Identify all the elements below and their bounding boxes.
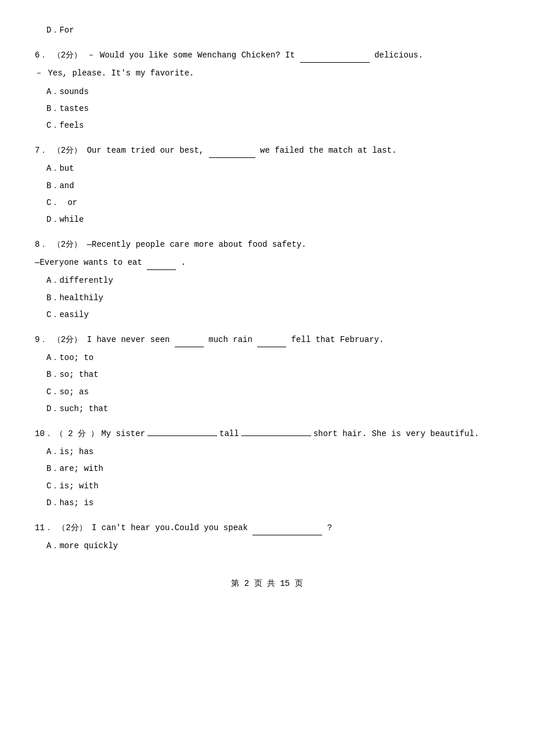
question-6-text: 6． （2分） － Would you like some Wenchang C… [35,48,499,63]
q6-text-after: delicious. [374,51,423,60]
question-11-text: 11． （2分） I can't hear you.Could you spea… [35,521,499,535]
q10-option-d: D．has; is [46,496,499,510]
question-8: 8． （2分） —Recently people care more about… [35,237,499,322]
q6-option-c: C．feels [46,118,499,133]
q10-text-before: My sister [101,427,145,441]
q7-option-a-text: A．but [46,164,74,173]
q9-blank1 [175,347,204,347]
q7-option-d: D．while [46,213,499,227]
q10-number: 10． [35,427,53,441]
q9-option-a: A．too; to [46,351,499,365]
q11-number: 11． [35,523,53,532]
q10-blank2 [241,435,311,436]
q8-points: （2分） [53,240,82,249]
q11-blank [252,535,322,535]
page-footer: 第 2 页 共 15 页 [35,577,499,591]
question-8-text: 8． （2分） —Recently people care more about… [35,237,499,252]
q8-option-a: A．differently [46,273,499,288]
q7-option-b-text: B．and [46,181,74,190]
q6-option-b-text: B．tastes [46,104,89,113]
q9-option-b: B．so; that [46,368,499,382]
q6-points: （2分） [53,51,82,60]
q9-option-c-text: C．so; as [46,387,89,397]
q9-option-b-text: B．so; that [46,370,99,379]
question-7: 7． （2分） Our team tried our best, we fail… [35,143,499,227]
q8-number: 8． [35,240,48,249]
q9-text-middle: much rain [208,335,252,344]
q7-option-d-text: D．while [46,215,84,224]
q7-points: （2分） [53,146,82,155]
q10-text-middle: tall [219,427,239,441]
q9-option-c: C．so; as [46,385,499,399]
option-d-label: D．For [46,26,74,35]
q10-blank1 [147,435,217,436]
q6-blank [300,62,370,63]
d-option-top: D．For [35,23,499,38]
q9-option-d-text: D．such; that [46,404,108,413]
q6-option-b: B．tastes [46,102,499,116]
footer-text: 第 2 页 共 15 页 [231,579,302,588]
q7-text-before: Our team tried our best, [87,146,204,155]
q9-option-d: D．such; that [46,402,499,416]
q10-option-a-text: A．is; has [46,447,93,456]
q10-option-b: B．are; with [46,462,499,476]
q10-option-c: C．is; with [46,479,499,494]
q6-continuation: － Yes, please. It's my favorite. [35,66,499,81]
q7-option-c-text: C． or [46,198,77,207]
q8-option-c-text: C．easily [46,310,89,319]
q11-text-before: I can't hear you.Could you speak [92,523,248,532]
q7-blank [209,157,255,158]
q10-points: （ 2 分 ） [55,427,99,441]
option-d-for: D．For [46,23,499,38]
q8-continuation: —Everyone wants to eat . [35,255,499,270]
q7-option-c: C． or [46,196,499,210]
q6-number: 6． [35,51,48,60]
q6-cont-text: － Yes, please. It's my favorite. [35,69,194,78]
q11-option-a: A．more quickly [46,539,499,553]
q10-text-after: short hair. She is very beautiful. [313,427,479,441]
q10-option-d-text: D．has; is [46,498,93,507]
question-9: 9． （2分） I have never seen much rain fell… [35,333,499,416]
q7-option-a: A．but [46,161,499,176]
question-9-text: 9． （2分） I have never seen much rain fell… [35,333,499,347]
q8-option-b: B．healthily [46,291,499,305]
q9-number: 9． [35,335,48,344]
q7-number: 7． [35,146,48,155]
q10-option-c-text: C．is; with [46,481,99,491]
q8-text-after: . [181,258,186,267]
q9-points: （2分） [53,335,82,344]
q11-text-after: ? [327,523,332,532]
q8-option-b-text: B．healthily [46,293,103,303]
q6-option-a: A．sounds [46,85,499,99]
question-7-text: 7． （2分） Our team tried our best, we fail… [35,143,499,158]
q8-blank [147,269,176,270]
question-10: 10． （ 2 分 ） My sister tall short hair. S… [35,427,499,510]
q11-points: （2分） [57,523,86,532]
q8-text-before: —Recently people care more about food sa… [87,240,306,249]
q7-option-b: B．and [46,179,499,193]
q8-option-a-text: A．differently [46,276,113,285]
q9-text-after: fell that February. [291,335,384,344]
q6-option-c-text: C．feels [46,121,84,130]
q10-option-a: A．is; has [46,445,499,459]
q9-text-before: I have never seen [87,335,170,344]
question-11: 11． （2分） I can't hear you.Could you spea… [35,521,499,553]
q9-blank2 [257,347,286,347]
q6-text-before: － Would you like some Wenchang Chicken? … [87,51,295,60]
question-10-text: 10． （ 2 分 ） My sister tall short hair. S… [35,427,499,441]
q7-text-after: we failed the match at last. [260,146,396,155]
q6-option-a-text: A．sounds [46,87,89,96]
q9-option-a-text: A．too; to [46,353,93,362]
q8-cont-text: —Everyone wants to eat [35,258,142,267]
q10-option-b-text: B．are; with [46,464,103,473]
q11-option-a-text: A．more quickly [46,541,118,550]
question-6: 6． （2分） － Would you like some Wenchang C… [35,48,499,133]
q8-option-c: C．easily [46,308,499,322]
